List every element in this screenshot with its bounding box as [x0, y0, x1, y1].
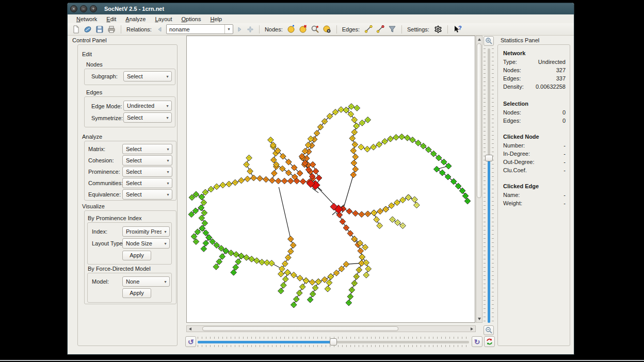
- svg-text:49: 49: [427, 149, 429, 151]
- zoom-slider-handle[interactable]: [485, 155, 493, 161]
- svg-text:95: 95: [356, 276, 358, 278]
- vertical-scroll-thumb[interactable]: [477, 43, 481, 198]
- minimize-button[interactable]: −: [80, 5, 87, 12]
- maximize-button[interactable]: +: [90, 5, 97, 12]
- chevron-down-icon: ▾: [162, 229, 169, 234]
- subgraph-select[interactable]: Select▾: [123, 71, 172, 81]
- add-relation-icon[interactable]: [246, 25, 255, 34]
- relation-combobox[interactable]: noname ▾: [166, 24, 233, 34]
- svg-text:164: 164: [245, 163, 248, 166]
- chevron-down-icon[interactable]: ▾: [224, 25, 233, 34]
- svg-text:147: 147: [271, 179, 274, 182]
- remove-node-icon[interactable]: [298, 24, 309, 35]
- chevron-down-icon: ▾: [164, 116, 171, 120]
- next-relation-icon[interactable]: [235, 25, 244, 34]
- svg-text:186: 186: [202, 202, 205, 204]
- svg-text:135: 135: [289, 238, 292, 240]
- matrix-select[interactable]: Select▾: [122, 144, 172, 154]
- zoom-slider[interactable]: [484, 48, 494, 323]
- scroll-left-icon[interactable]: [189, 327, 191, 331]
- force-apply-button[interactable]: Apply: [122, 288, 151, 298]
- rotate-right-button[interactable]: ↻: [472, 336, 482, 347]
- close-button[interactable]: ×: [70, 5, 77, 12]
- settings-label: Settings:: [407, 26, 429, 32]
- zoom-out-button[interactable]: [484, 325, 494, 335]
- menu-network[interactable]: Network: [72, 15, 102, 23]
- svg-text:184: 184: [204, 191, 207, 193]
- vertical-scrollbar[interactable]: [476, 36, 482, 323]
- svg-text:120: 120: [284, 278, 287, 280]
- svg-text:159: 159: [272, 159, 276, 161]
- rotate-slider[interactable]: [198, 337, 469, 347]
- index-select[interactable]: Proximity Pres▾: [122, 226, 170, 237]
- scroll-down-icon[interactable]: [478, 318, 481, 320]
- svg-text:136: 136: [292, 244, 295, 246]
- horizontal-scroll-thumb[interactable]: [202, 326, 398, 331]
- layout-type-select[interactable]: Node Size▾: [122, 238, 170, 249]
- nodes-label: Nodes:: [265, 26, 283, 32]
- symmetrize-select[interactable]: Select▾: [123, 112, 172, 123]
- svg-text:12: 12: [334, 111, 336, 113]
- find-node-icon[interactable]: [310, 24, 320, 35]
- context-help-icon[interactable]: ?: [452, 24, 462, 35]
- edge-mode-select[interactable]: Undirected▾: [123, 101, 172, 111]
- svg-text:151: 151: [246, 178, 249, 180]
- menu-layout[interactable]: Layout: [150, 15, 176, 23]
- model-select[interactable]: None▾: [122, 276, 170, 287]
- index-label: Index:: [92, 228, 107, 235]
- zoom-in-button[interactable]: [484, 36, 494, 46]
- open-file-icon[interactable]: [83, 24, 93, 35]
- print-icon[interactable]: [106, 24, 117, 35]
- svg-text:99: 99: [348, 302, 350, 304]
- svg-text:183: 183: [210, 188, 213, 190]
- svg-text:43: 43: [395, 136, 397, 138]
- remove-edge-icon[interactable]: [375, 24, 385, 35]
- svg-text:61: 61: [466, 200, 469, 202]
- cohesion-select[interactable]: Select▾: [122, 155, 172, 166]
- svg-text:31: 31: [345, 109, 347, 111]
- communities-label: Communities:: [88, 180, 123, 186]
- previous-relation-icon[interactable]: [155, 25, 165, 34]
- rotate-slider-handle[interactable]: [330, 338, 337, 345]
- equivalence-select[interactable]: Select▾: [122, 189, 172, 200]
- svg-text:132: 132: [329, 276, 332, 278]
- svg-text:130: 130: [311, 293, 314, 295]
- node-properties-icon[interactable]: [322, 24, 332, 35]
- svg-text:13: 13: [340, 109, 342, 111]
- svg-text:157: 157: [273, 172, 276, 174]
- tool-bar: Relations: noname ▾ Nodes:: [68, 23, 574, 36]
- menu-options[interactable]: Options: [177, 15, 206, 23]
- new-file-icon[interactable]: [71, 24, 81, 35]
- add-node-icon[interactable]: [286, 24, 297, 35]
- svg-text:206: 206: [270, 262, 273, 265]
- filter-edges-icon[interactable]: [387, 24, 397, 35]
- settings-gear-icon[interactable]: [433, 24, 443, 35]
- title-bar[interactable]: × − + SocNetV 2.5 - 1crn.net: [68, 3, 574, 14]
- svg-text:55: 55: [441, 172, 443, 174]
- scroll-up-icon[interactable]: [478, 38, 481, 41]
- reset-view-button[interactable]: [484, 336, 495, 347]
- svg-text:52: 52: [443, 161, 445, 163]
- prominence-apply-button[interactable]: Apply: [122, 251, 151, 260]
- svg-text:118: 118: [345, 264, 348, 266]
- equivalence-label: Equivalence:: [88, 191, 121, 198]
- graph-canvas[interactable]: 1234567891011121314151617181920212223242…: [186, 36, 475, 323]
- add-edge-icon[interactable]: [363, 24, 374, 35]
- menu-edit[interactable]: Edit: [102, 15, 121, 23]
- menu-help[interactable]: Help: [205, 15, 227, 23]
- communities-select[interactable]: Select▾: [122, 178, 172, 188]
- rotate-left-button[interactable]: ↺: [185, 336, 196, 347]
- nodes-group-label: Nodes: [86, 61, 103, 68]
- svg-text:121: 121: [282, 284, 285, 286]
- stat-row: Number:-: [503, 142, 566, 151]
- horizontal-scrollbar[interactable]: [186, 325, 476, 332]
- svg-text:224: 224: [240, 255, 243, 257]
- menu-analyze[interactable]: Analyze: [121, 15, 150, 23]
- svg-text:102: 102: [367, 268, 370, 270]
- svg-text:65: 65: [361, 213, 363, 216]
- prominence-select[interactable]: Select▾: [122, 167, 172, 177]
- clicked-edge-section: Clicked Edge Name:- Weight:-: [503, 183, 566, 208]
- svg-text:77: 77: [416, 204, 418, 206]
- scroll-right-icon[interactable]: [471, 327, 473, 331]
- save-file-icon[interactable]: [94, 24, 105, 35]
